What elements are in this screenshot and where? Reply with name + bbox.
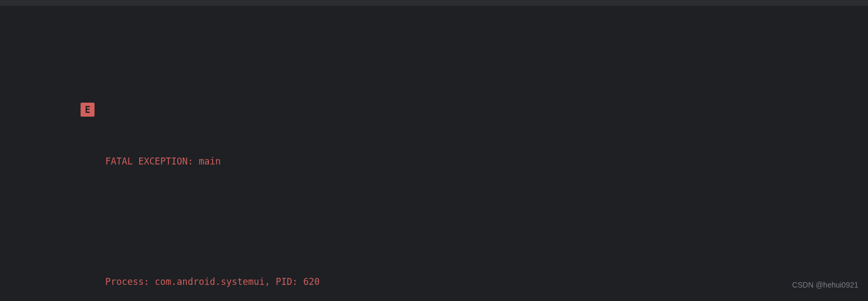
log-entry: Process: com.android.systemui, PID: 620 [82, 239, 868, 301]
log-line: Process: com.android.systemui, PID: 620 [105, 273, 868, 290]
logcat-output: E FATAL EXCEPTION: main Process: com.and… [0, 6, 868, 301]
watermark: CSDN @hehui0921 [792, 276, 858, 293]
log-entry: E FATAL EXCEPTION: main [82, 101, 868, 204]
log-line: FATAL EXCEPTION: main [105, 153, 868, 170]
log-level-badge-error: E [81, 103, 95, 117]
top-bar-divider [0, 0, 868, 6]
